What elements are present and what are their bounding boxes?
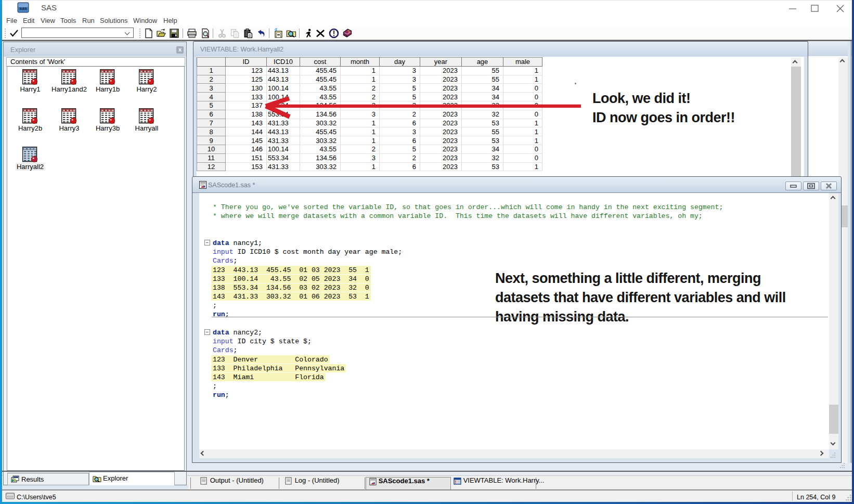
svg-text:sas: sas	[19, 6, 27, 11]
